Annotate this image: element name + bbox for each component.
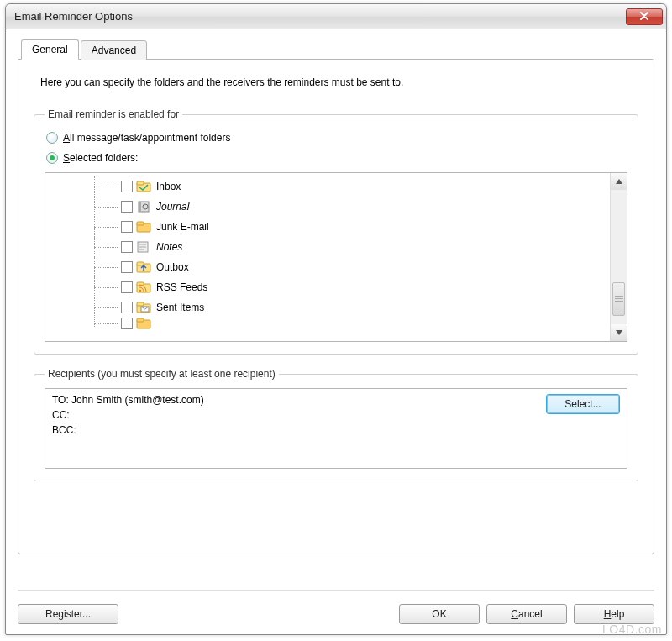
select-button-label: Select... xyxy=(564,398,601,410)
recipients-to: TO: John Smith (smith@test.com) xyxy=(52,394,204,406)
tree-item[interactable]: Inbox xyxy=(52,176,610,197)
folder-tree[interactable]: InboxJournalJunk E-mailNotesOutboxRSS Fe… xyxy=(45,173,610,341)
svg-rect-20 xyxy=(137,318,144,322)
cancel-button[interactable]: Cancel xyxy=(486,604,567,624)
svg-rect-6 xyxy=(137,222,144,225)
radio-selected-folders[interactable]: Selected folders: xyxy=(46,152,627,164)
tree-checkbox[interactable] xyxy=(121,221,133,233)
recipients-cc: CC: xyxy=(52,409,70,421)
intro-text: Here you can specify the folders and the… xyxy=(40,76,635,88)
recipients-text: TO: John Smith (smith@test.com) CC: BCC: xyxy=(45,389,539,441)
tab-strip: General Advanced xyxy=(21,39,654,60)
tree-item[interactable]: RSS Feeds xyxy=(52,277,610,297)
scroll-up-button[interactable] xyxy=(611,173,627,190)
radio-all-folders[interactable]: All message/task/appointment folders xyxy=(46,132,627,144)
dialog-window: Email Reminder Options General Advanced … xyxy=(5,3,667,635)
separator xyxy=(18,590,654,591)
help-label: Help xyxy=(604,608,625,620)
tree-checkbox[interactable] xyxy=(121,241,133,253)
tree-connector-icon xyxy=(52,318,121,329)
tree-checkbox[interactable] xyxy=(121,318,133,329)
group-recipients: Recipients (you must specify at least on… xyxy=(34,368,638,481)
tree-checkbox[interactable] xyxy=(121,261,133,273)
tree-item[interactable]: Journal xyxy=(52,197,610,217)
tree-item-label: Journal xyxy=(156,201,189,213)
svg-rect-1 xyxy=(137,181,144,185)
close-button[interactable] xyxy=(626,8,663,25)
tree-connector-icon xyxy=(52,197,121,217)
client-area: General Advanced Here you can specify th… xyxy=(6,29,666,554)
tree-item-label: Notes xyxy=(156,241,182,253)
recipients-box: TO: John Smith (smith@test.com) CC: BCC:… xyxy=(45,388,627,469)
folder-icon xyxy=(136,301,151,314)
window-title: Email Reminder Options xyxy=(14,10,626,23)
radio-icon xyxy=(46,152,58,164)
scroll-thumb[interactable] xyxy=(612,282,625,316)
tree-item[interactable]: Outbox xyxy=(52,257,610,277)
tree-item-label: RSS Feeds xyxy=(156,281,207,293)
tree-item-label: Junk E-mail xyxy=(156,221,209,233)
folder-tree-container: InboxJournalJunk E-mailNotesOutboxRSS Fe… xyxy=(45,172,627,342)
ok-button[interactable]: OK xyxy=(399,604,480,624)
folder-icon xyxy=(136,318,151,329)
tree-connector-icon xyxy=(52,176,121,197)
dialog-button-row: Register... OK Cancel Help xyxy=(18,604,654,624)
svg-rect-3 xyxy=(139,202,141,212)
tree-item[interactable] xyxy=(52,318,610,329)
tree-item-label: Inbox xyxy=(156,181,181,192)
group-enabled-for-legend: Email reminder is enabled for xyxy=(45,108,182,120)
tree-connector-icon xyxy=(52,257,121,277)
group-enabled-for: Email reminder is enabled for All messag… xyxy=(34,108,638,355)
tree-item[interactable]: Notes xyxy=(52,237,610,257)
tree-connector-icon xyxy=(52,277,121,297)
tree-scrollbar[interactable] xyxy=(610,173,627,341)
folder-icon xyxy=(136,260,151,274)
tab-advanced-label: Advanced xyxy=(92,45,136,56)
tab-general[interactable]: General xyxy=(21,39,79,60)
folder-icon xyxy=(136,180,151,193)
tree-item-label: Outbox xyxy=(156,261,189,273)
register-label: Register... xyxy=(45,608,91,620)
svg-point-15 xyxy=(139,290,141,292)
svg-rect-12 xyxy=(137,262,144,265)
tree-connector-icon xyxy=(52,297,121,318)
folder-icon xyxy=(136,220,151,234)
cancel-label: Cancel xyxy=(511,608,542,620)
tree-connector-icon xyxy=(52,237,121,257)
tree-checkbox[interactable] xyxy=(121,302,133,313)
folder-icon xyxy=(136,200,151,213)
tree-item-label: Sent Items xyxy=(156,302,204,313)
radio-selected-label: Selected folders: xyxy=(63,152,138,164)
tab-general-label: General xyxy=(32,44,68,55)
scroll-down-button[interactable] xyxy=(611,324,627,341)
folder-icon xyxy=(136,240,151,254)
folder-icon xyxy=(136,281,151,294)
group-recipients-legend: Recipients (you must specify at least on… xyxy=(45,368,279,380)
tab-advanced[interactable]: Advanced xyxy=(81,40,147,60)
tree-checkbox[interactable] xyxy=(121,281,133,293)
help-button[interactable]: Help xyxy=(574,604,654,624)
radio-all-label: All message/task/appointment folders xyxy=(63,132,230,144)
radio-icon xyxy=(46,132,58,144)
tab-panel-general: Here you can specify the folders and the… xyxy=(18,59,654,554)
close-icon xyxy=(639,11,649,23)
tree-checkbox[interactable] xyxy=(121,181,133,192)
scroll-track[interactable] xyxy=(611,190,627,324)
tree-connector-icon xyxy=(52,217,121,237)
svg-rect-17 xyxy=(137,302,144,306)
tree-item[interactable]: Junk E-mail xyxy=(52,217,610,237)
recipients-bcc: BCC: xyxy=(52,424,76,436)
titlebar: Email Reminder Options xyxy=(6,4,666,29)
register-button[interactable]: Register... xyxy=(18,604,118,624)
select-recipients-button[interactable]: Select... xyxy=(546,394,620,414)
ok-label: OK xyxy=(432,608,446,620)
tree-item[interactable]: Sent Items xyxy=(52,297,610,318)
tree-checkbox[interactable] xyxy=(121,201,133,213)
